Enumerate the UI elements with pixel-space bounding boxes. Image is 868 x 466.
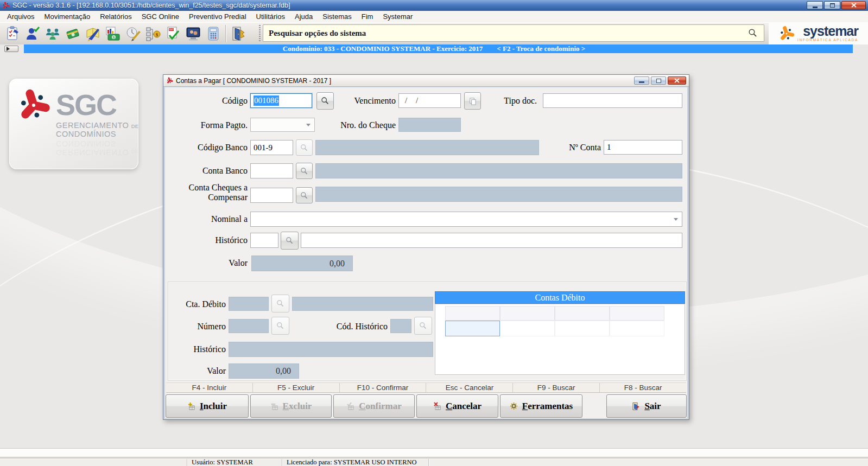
- menu-item[interactable]: Arquivos: [2, 11, 40, 22]
- grid-cell[interactable]: [555, 321, 610, 336]
- system-search-input[interactable]: [263, 24, 764, 42]
- grid-cell[interactable]: [610, 321, 664, 336]
- sgc-subtitle: GERENCIAMENTO DE CONDOMÍNIOS: [9, 121, 138, 138]
- grid-cell[interactable]: [610, 306, 664, 321]
- historico-texto-input[interactable]: [301, 233, 682, 248]
- contas-debito-grid[interactable]: [435, 304, 685, 375]
- sair-button[interactable]: Sair: [606, 394, 687, 418]
- num-conta-input[interactable]: 1: [604, 140, 682, 155]
- cod-historico-label: Cód. Histórico: [326, 321, 388, 332]
- status-user: Usuário: SYSTEMAR: [187, 459, 282, 466]
- dialog-close-button[interactable]: [668, 76, 686, 85]
- numero-search-button: [271, 317, 289, 335]
- vencimento-input[interactable]: / /: [398, 93, 461, 108]
- condo-bar-right-spacer: [853, 44, 868, 53]
- conta-cheques-search-button[interactable]: [296, 187, 313, 203]
- excluir-button[interactable]: Excluir: [250, 394, 332, 418]
- close-icon: [851, 3, 857, 8]
- sgc-acronym: SGC: [56, 93, 116, 118]
- minimize-button[interactable]: [807, 1, 823, 9]
- conta-banco-label: Conta Banco: [165, 165, 248, 176]
- fkey-hint: F5 - Excluir: [253, 383, 340, 392]
- close-button[interactable]: [841, 1, 866, 9]
- menu-item[interactable]: Preventivo Predial: [184, 11, 251, 22]
- dialog-titlebar[interactable]: Contas a Pagar [ CONDOMINIO SYSTEMAR - 2…: [163, 75, 689, 87]
- sgc-subtitle-line2: CONDOMÍNIOS: [56, 130, 138, 138]
- fkey-hint: Esc - Cancelar: [426, 383, 513, 392]
- minimize-icon: [639, 81, 644, 83]
- search-icon[interactable]: [748, 28, 758, 38]
- org-dollar-icon[interactable]: $: [143, 24, 163, 44]
- ferramentas-button[interactable]: Ferramentas: [500, 394, 582, 418]
- codigo-input[interactable]: 001086: [250, 93, 312, 108]
- book-pen-icon[interactable]: [83, 24, 103, 44]
- forma-pagto-label: Forma Pagto.: [165, 120, 248, 131]
- status-bar: Usuário: SYSTEMAR Licenciado para: SYSTE…: [0, 458, 868, 466]
- menu-item[interactable]: Movimentação: [40, 11, 96, 22]
- restore-icon: [656, 79, 661, 83]
- confirmar-button[interactable]: Confirmar: [333, 394, 415, 418]
- sgc-logo-icon: [166, 77, 173, 84]
- cod-historico-search-button: [414, 317, 432, 335]
- tipo-doc-input[interactable]: [543, 93, 682, 108]
- fkey-hint: F10 - Confirmar: [340, 383, 427, 392]
- grid-cell[interactable]: [555, 306, 610, 321]
- debit-valor-field: 0,00: [229, 363, 299, 379]
- codigo-banco-input[interactable]: 001-9: [250, 140, 293, 155]
- excluir-label: Excluir: [283, 401, 312, 412]
- close-icon: [674, 78, 680, 83]
- conta-cheques-input[interactable]: [250, 188, 293, 203]
- magnifier-icon: [300, 144, 308, 152]
- historico-codigo-input[interactable]: [250, 233, 278, 248]
- group-icon[interactable]: [42, 24, 62, 44]
- grid-cell[interactable]: [445, 306, 500, 321]
- codigo-banco-label: Código Banco: [165, 142, 248, 153]
- maximize-button[interactable]: [824, 1, 840, 9]
- cancelar-button[interactable]: Cancelar: [416, 394, 498, 418]
- menu-item[interactable]: Utilitários: [251, 11, 290, 22]
- app-titlebar: SGC - versão 3.1.6 - [192.168.0.10/3051:…: [0, 0, 868, 11]
- gear-icon: [510, 402, 518, 411]
- vencimento-calendar-button[interactable]: [464, 92, 481, 110]
- money-chart-icon[interactable]: $: [103, 24, 123, 44]
- condo-toggle-button[interactable]: [4, 46, 18, 52]
- exit-door-icon[interactable]: [228, 24, 248, 44]
- confirm-grid-icon: [346, 402, 355, 411]
- historico-label: Histórico: [165, 235, 248, 246]
- menu-item[interactable]: Fim: [357, 11, 378, 22]
- clock-pen-icon[interactable]: [123, 24, 143, 44]
- menu-item[interactable]: Systemar: [378, 11, 417, 22]
- tipo-doc-label: Tipo doc.: [483, 95, 537, 106]
- cta-debito-field: [229, 297, 269, 311]
- dialog-restore-button[interactable]: [651, 76, 666, 85]
- conta-banco-input[interactable]: [250, 163, 293, 178]
- menu-item[interactable]: Relatórios: [95, 11, 137, 22]
- tasks-icon[interactable]: [2, 24, 22, 44]
- dialog-minimize-button[interactable]: [634, 76, 649, 85]
- incluir-button[interactable]: Incluir: [166, 394, 249, 418]
- sgc-subtitle-line1: GERENCIAMENTO: [56, 121, 129, 130]
- calculator-icon[interactable]: [203, 24, 223, 44]
- forma-pagto-select[interactable]: [250, 118, 315, 132]
- valor-field: 0,00: [251, 256, 353, 271]
- banco-nome-field: [315, 140, 539, 155]
- menu-item[interactable]: Sistemas: [318, 11, 356, 22]
- numero-label: Número: [166, 321, 226, 332]
- grid-cell[interactable]: [500, 306, 555, 321]
- dialog-contas-a-pagar: Contas a Pagar [ CONDOMINIO SYSTEMAR - 2…: [163, 74, 689, 420]
- nominal-select[interactable]: [250, 212, 682, 227]
- menu-item[interactable]: SGC Online: [137, 11, 184, 22]
- user-check-icon[interactable]: [22, 24, 42, 44]
- grid-cell[interactable]: [500, 321, 555, 336]
- monitor-users-icon[interactable]: [183, 24, 203, 44]
- magnifier-icon: [276, 299, 284, 308]
- grid-cell-selected[interactable]: [445, 321, 500, 336]
- svg-text:TXT: TXT: [169, 28, 173, 31]
- historico-search-button[interactable]: [281, 232, 299, 250]
- conta-banco-search-button[interactable]: [296, 163, 313, 179]
- txt-check-icon[interactable]: TXT: [163, 24, 183, 44]
- money-book-icon[interactable]: [62, 24, 83, 44]
- sgc-subtitle-de: DE: [131, 123, 138, 129]
- brand-tagline: INFORMÁTICA APLICADA: [797, 39, 858, 42]
- menu-item[interactable]: Ajuda: [290, 11, 318, 22]
